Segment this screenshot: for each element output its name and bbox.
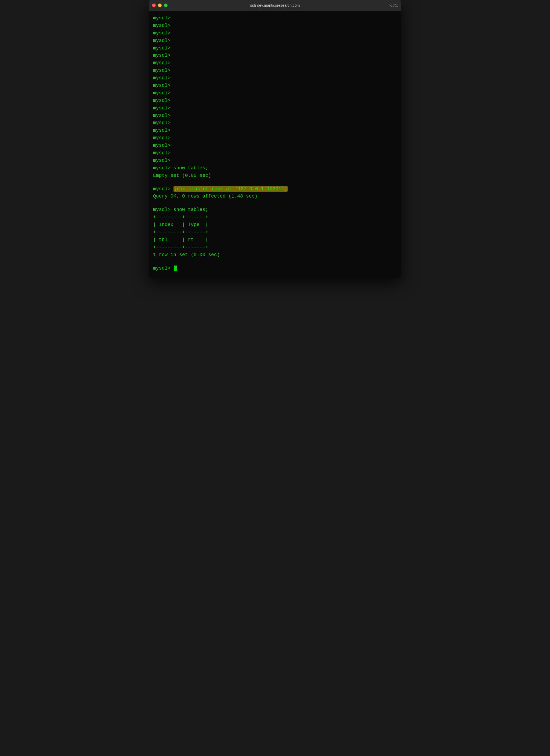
terminal-line: mysql> — [153, 105, 397, 112]
maximize-button[interactable] — [164, 3, 168, 7]
terminal-line: mysql> — [153, 59, 397, 67]
title-bar: ssh dev.manticoresearch.com ⌥⌘1 — [149, 0, 401, 11]
terminal-line: mysql> — [153, 52, 397, 59]
empty-set-output: Empty set (0.00 sec) — [153, 172, 397, 180]
row-count-output: 1 row in set (0.00 sec) — [153, 251, 397, 259]
terminal-line: mysql> — [153, 119, 397, 127]
table-header: | Index | Type | — [153, 221, 397, 229]
terminal-body[interactable]: mysql> mysql> mysql> mysql> mysql> mysql… — [149, 11, 401, 278]
minimize-button[interactable] — [158, 3, 162, 7]
terminal-line: mysql> — [153, 149, 397, 157]
table-border-mid: +---------+-------+ — [153, 229, 397, 236]
terminal-line: mysql> — [153, 22, 397, 30]
table-border-top: +---------+-------+ — [153, 214, 397, 221]
terminal-line: mysql> — [153, 82, 397, 89]
terminal-window: ssh dev.manticoresearch.com ⌥⌘1 mysql> m… — [149, 0, 401, 278]
terminal-line: mysql> — [153, 142, 397, 149]
table-row: | tbl | rt | — [153, 236, 397, 244]
terminal-line: mysql> — [153, 30, 397, 37]
traffic-lights — [152, 3, 168, 7]
highlighted-command: join cluster repl at '127.0.0.1:10201'; — [174, 186, 287, 192]
terminal-line: mysql> — [153, 112, 397, 120]
terminal-line: mysql> — [153, 127, 397, 134]
terminal-line: mysql> — [153, 45, 397, 52]
spacer — [153, 259, 397, 265]
terminal-line: mysql> — [153, 157, 397, 164]
close-button[interactable] — [152, 3, 156, 7]
cursor — [174, 266, 177, 271]
terminal-line: mysql> — [153, 74, 397, 82]
table-border-bottom: +---------+-------+ — [153, 244, 397, 251]
show-tables-command: mysql> show tables; — [153, 164, 397, 172]
show-tables-command-2: mysql> show tables; — [153, 206, 397, 214]
query-ok-output: Query OK, 0 rows affected (1.48 sec) — [153, 193, 397, 200]
spacer — [153, 180, 397, 185]
terminal-line: mysql> — [153, 134, 397, 142]
active-prompt[interactable]: mysql> — [153, 265, 397, 272]
keyboard-shortcut: ⌥⌘1 — [389, 3, 398, 8]
terminal-line: mysql> — [153, 37, 397, 45]
terminal-line: mysql> — [153, 67, 397, 74]
join-cluster-command: mysql> join cluster repl at '127.0.0.1:1… — [153, 185, 397, 193]
terminal-line: mysql> — [153, 89, 397, 97]
spacer — [153, 200, 397, 206]
window-title: ssh dev.manticoresearch.com — [250, 3, 300, 8]
terminal-line: mysql> — [153, 97, 397, 105]
terminal-line: mysql> — [153, 15, 397, 22]
